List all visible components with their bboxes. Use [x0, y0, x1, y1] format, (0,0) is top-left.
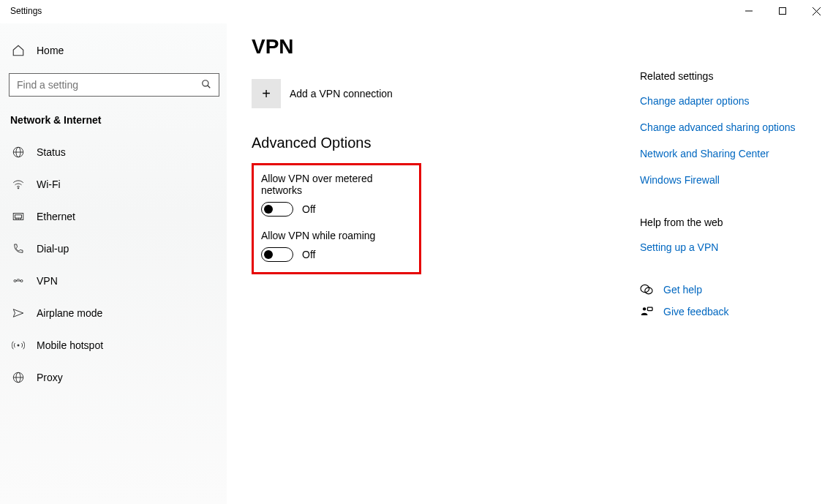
link-windows-firewall[interactable]: Windows Firewall: [640, 174, 818, 186]
proxy-icon: [12, 371, 25, 384]
get-help-row[interactable]: Get help: [640, 284, 818, 296]
sidebar-item-vpn[interactable]: VPN: [0, 265, 227, 297]
sidebar-item-label: VPN: [37, 275, 58, 287]
sidebar-item-label: Dial-up: [37, 243, 69, 255]
sidebar-item-airplane[interactable]: Airplane mode: [0, 297, 227, 329]
feedback-icon: [640, 306, 653, 317]
link-advanced-sharing[interactable]: Change advanced sharing options: [640, 121, 818, 133]
link-setup-vpn[interactable]: Setting up a VPN: [640, 241, 818, 253]
option-roaming-label: Allow VPN while roaming: [261, 230, 412, 241]
option-metered-label: Allow VPN over metered networks: [261, 173, 412, 196]
minimize-button[interactable]: [732, 0, 766, 22]
close-button[interactable]: [799, 0, 833, 22]
svg-point-4: [203, 80, 208, 86]
sidebar-category: Network & Internet: [0, 110, 227, 136]
help-icon: [640, 284, 653, 296]
ethernet-icon: [12, 210, 25, 223]
sidebar-item-dialup[interactable]: Dial-up: [0, 233, 227, 265]
window-title: Settings: [10, 6, 42, 16]
svg-rect-1: [780, 8, 786, 15]
sidebar-item-label: Wi-Fi: [37, 178, 61, 190]
svg-point-16: [20, 280, 23, 282]
wifi-icon: [12, 178, 25, 191]
add-vpn-label: Add a VPN connection: [290, 88, 393, 99]
svg-point-15: [14, 280, 16, 282]
svg-point-18: [18, 345, 20, 347]
airplane-icon: [12, 306, 25, 320]
right-panel: Related settings Change adapter options …: [640, 23, 833, 504]
related-heading: Related settings: [640, 70, 818, 82]
plus-icon: +: [252, 79, 281, 108]
sidebar-item-wifi[interactable]: Wi-Fi: [0, 168, 227, 200]
home-icon: [12, 44, 25, 57]
sidebar: Home Network & Internet Status Wi-Fi: [0, 23, 227, 504]
page-title: VPN: [252, 35, 618, 59]
link-network-sharing-center[interactable]: Network and Sharing Center: [640, 148, 818, 159]
sidebar-item-label: Mobile hotspot: [37, 339, 103, 351]
svg-point-9: [18, 188, 19, 189]
advanced-heading: Advanced Options: [252, 135, 618, 151]
toggle-metered-state: Off: [302, 203, 315, 215]
sidebar-home-label: Home: [37, 45, 64, 56]
toggle-roaming-state: Off: [302, 249, 315, 260]
sidebar-item-status[interactable]: Status: [0, 136, 227, 168]
window-controls: [732, 0, 833, 22]
sidebar-item-hotspot[interactable]: Mobile hotspot: [0, 329, 227, 361]
sidebar-item-ethernet[interactable]: Ethernet: [0, 200, 227, 233]
highlighted-options: Allow VPN over metered networks Off Allo…: [252, 163, 421, 274]
svg-line-5: [208, 85, 211, 88]
toggle-roaming[interactable]: [261, 247, 293, 262]
toggle-metered[interactable]: [261, 202, 293, 217]
sidebar-item-label: Status: [37, 146, 66, 158]
search-input[interactable]: [17, 79, 201, 91]
maximize-button[interactable]: [766, 0, 799, 22]
svg-rect-25: [647, 307, 652, 310]
give-feedback-row[interactable]: Give feedback: [640, 306, 818, 317]
sidebar-item-label: Airplane mode: [37, 307, 102, 319]
add-vpn-row[interactable]: + Add a VPN connection: [252, 79, 618, 108]
sidebar-home[interactable]: Home: [0, 38, 227, 63]
titlebar: Settings: [0, 0, 833, 23]
get-help-label: Get help: [663, 284, 702, 296]
sidebar-item-label: Ethernet: [37, 211, 75, 222]
search-icon: [201, 79, 211, 91]
link-adapter-options[interactable]: Change adapter options: [640, 95, 818, 107]
svg-point-24: [643, 307, 646, 310]
main-content: VPN + Add a VPN connection Advanced Opti…: [227, 23, 640, 504]
globe-icon: [12, 146, 25, 159]
sidebar-item-label: Proxy: [37, 372, 63, 383]
give-feedback-label: Give feedback: [663, 306, 729, 317]
hotspot-icon: [12, 339, 25, 352]
search-box[interactable]: [9, 73, 219, 97]
phone-icon: [12, 242, 25, 255]
sidebar-item-proxy[interactable]: Proxy: [0, 361, 227, 394]
vpn-icon: [12, 274, 25, 287]
help-heading: Help from the web: [640, 217, 818, 228]
